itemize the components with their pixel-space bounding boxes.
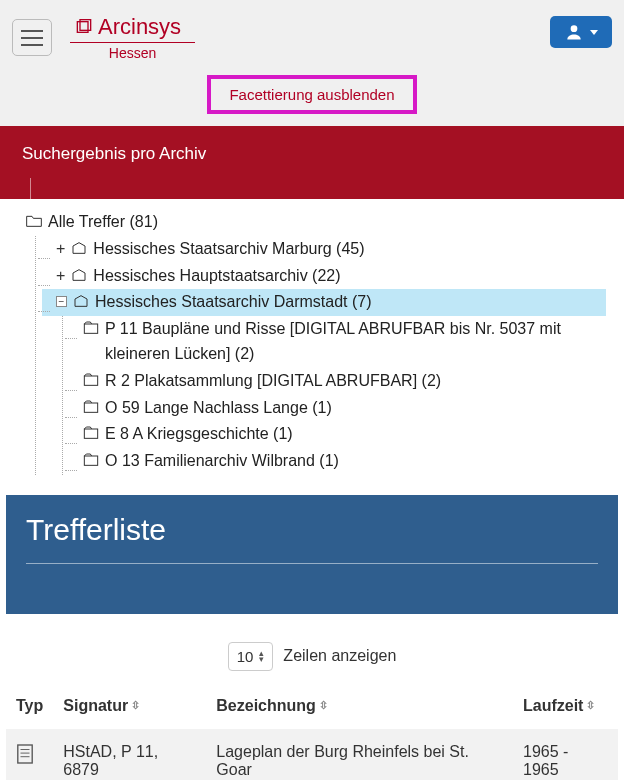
tree-root[interactable]: Alle Treffer (81) (24, 209, 606, 236)
results-panel-header: Trefferliste (6, 495, 618, 614)
folder-open-icon (26, 214, 42, 228)
expand-icon[interactable]: + (56, 264, 65, 289)
table-row[interactable]: HStAD, P 11, 6879 Lageplan der Burg Rhei… (6, 729, 618, 780)
brand-region: Hessen (109, 45, 156, 61)
tree-leaf[interactable]: E 8 A Kriegsgeschichte (1) (69, 421, 606, 448)
archive-icon (73, 294, 89, 308)
top-bar: Arcinsys Hessen (0, 0, 624, 67)
svg-rect-8 (18, 745, 32, 763)
page-size-value: 10 (237, 648, 254, 665)
svg-rect-6 (84, 429, 97, 438)
facet-bar: Facettierung ausblenden (0, 67, 624, 126)
folder-icon (83, 400, 99, 414)
col-title[interactable]: Bezeichnung⇳ (206, 689, 513, 729)
tree-node-label: Hessisches Hauptstaatsarchiv (22) (93, 264, 340, 289)
user-icon (564, 22, 584, 42)
svg-rect-3 (84, 324, 97, 333)
rows-label: Zeilen anzeigen (283, 647, 396, 665)
tree-leaf-label: O 13 Familienarchiv Wilbrand (1) (105, 449, 339, 474)
col-signature[interactable]: Signatur⇳ (53, 689, 206, 729)
user-menu-button[interactable] (550, 16, 612, 48)
svg-rect-4 (84, 376, 97, 385)
results-title: Trefferliste (26, 513, 598, 564)
tree-node[interactable]: + Hessisches Hauptstaatsarchiv (22) (42, 263, 606, 290)
result-tree: Alle Treffer (81) + Hessisches Staatsarc… (0, 199, 624, 495)
menu-toggle-button[interactable] (12, 19, 52, 56)
col-runtime[interactable]: Laufzeit⇳ (513, 689, 618, 729)
cell-runtime: 1965 - 1965 (513, 729, 618, 780)
tree-leaf[interactable]: P 11 Baupläne und Risse [DIGITAL ABRUFBA… (69, 316, 606, 368)
document-icon (16, 743, 34, 765)
tree-node-label: Hessisches Staatsarchiv Marburg (45) (93, 237, 364, 262)
folder-icon (83, 321, 99, 335)
folder-icon (83, 453, 99, 467)
svg-point-2 (571, 25, 578, 32)
tree-leaf[interactable]: O 13 Familienarchiv Wilbrand (1) (69, 448, 606, 475)
page-size-select[interactable]: 10 ▴▾ (228, 642, 274, 671)
select-arrows-icon: ▴▾ (259, 650, 264, 662)
archive-icon (71, 241, 87, 255)
collapse-icon[interactable]: − (56, 296, 67, 307)
tree-children: + Hessisches Staatsarchiv Marburg (45) +… (35, 236, 606, 475)
expand-icon[interactable]: + (56, 237, 65, 262)
tree-leaf[interactable]: R 2 Plakatsammlung [DIGITAL ABRUFBAR] (2… (69, 368, 606, 395)
brand[interactable]: Arcinsys Hessen (70, 14, 195, 61)
tree-node-label: Hessisches Staatsarchiv Darmstadt (7) (95, 290, 372, 315)
results-table: Typ Signatur⇳ Bezeichnung⇳ Laufzeit⇳ HSt… (6, 689, 618, 780)
tree-leaf[interactable]: O 59 Lange Nachlass Lange (1) (69, 395, 606, 422)
facet-toggle-button[interactable]: Facettierung ausblenden (207, 75, 416, 114)
cell-title: Lageplan der Burg Rheinfels bei St. Goar (206, 729, 513, 780)
tree-node-selected[interactable]: − Hessisches Staatsarchiv Darmstadt (7) (42, 289, 606, 316)
tree-sub-children: P 11 Baupläne und Risse [DIGITAL ABRUFBA… (62, 316, 606, 475)
pagination-row: 10 ▴▾ Zeilen anzeigen (0, 614, 624, 689)
brand-name: Arcinsys (98, 14, 181, 40)
svg-rect-5 (84, 403, 97, 412)
cell-type (6, 729, 53, 780)
tree-leaf-label: E 8 A Kriegsgeschichte (1) (105, 422, 293, 447)
hamburger-icon (21, 37, 43, 39)
tree-node[interactable]: + Hessisches Staatsarchiv Marburg (45) (42, 236, 606, 263)
tree-root-label: Alle Treffer (81) (48, 210, 158, 235)
archive-results-header: Suchergebnis pro Archiv (0, 126, 624, 199)
tree-leaf-label: R 2 Plakatsammlung [DIGITAL ABRUFBAR] (2… (105, 369, 441, 394)
chevron-down-icon (590, 30, 598, 35)
tree-leaf-label: O 59 Lange Nachlass Lange (1) (105, 396, 332, 421)
archive-icon (71, 268, 87, 282)
folder-icon (83, 373, 99, 387)
sort-icon: ⇳ (586, 702, 595, 709)
archive-results-title: Suchergebnis pro Archiv (22, 144, 206, 163)
brand-icon (76, 19, 92, 35)
sort-icon: ⇳ (319, 702, 328, 709)
sort-icon: ⇳ (131, 702, 140, 709)
cell-signature: HStAD, P 11, 6879 (53, 729, 206, 780)
tree-leaf-label: P 11 Baupläne und Risse [DIGITAL ABRUFBA… (105, 317, 604, 367)
folder-icon (83, 426, 99, 440)
svg-rect-7 (84, 456, 97, 465)
col-type: Typ (6, 689, 53, 729)
